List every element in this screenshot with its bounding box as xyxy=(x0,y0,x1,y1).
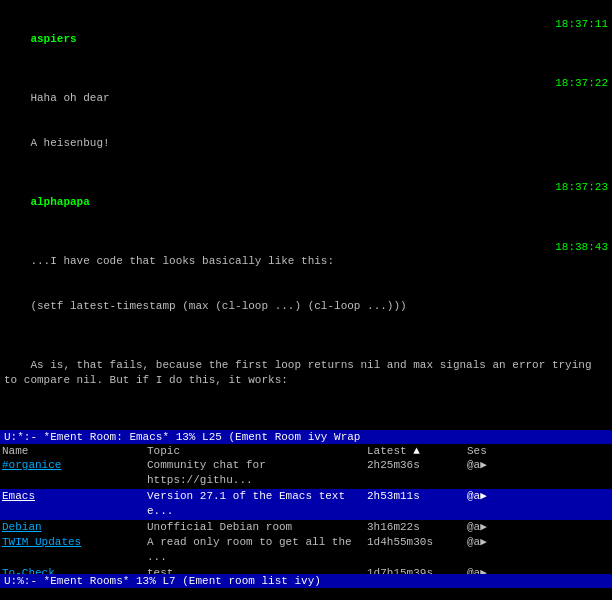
room-name: TWIM Updates xyxy=(2,535,147,566)
room-latest: 2h25m36s xyxy=(367,458,467,489)
room-name: #organice xyxy=(2,458,147,489)
col-header-latest: Latest ▲ xyxy=(367,445,467,457)
room-ses: @a▶ xyxy=(467,489,517,520)
chat-line: 18:37:11 aspiers xyxy=(4,2,608,61)
col-header-ses: Ses xyxy=(467,445,517,457)
col-header-topic: Topic xyxy=(147,445,367,457)
username: alphapapa xyxy=(30,196,89,208)
status-bar-top: U:*:- *Ement Room: Emacs* 13% L25 (Ement… xyxy=(0,430,612,444)
chat-line xyxy=(4,403,608,418)
timestamp: 18:37:22 xyxy=(555,76,608,91)
room-name: Debian xyxy=(2,520,147,535)
chat-line: (setf latest-timestamp (max (cl-loop ...… xyxy=(4,418,608,430)
table-header: Name Topic Latest ▲ Ses xyxy=(0,444,612,458)
message-text: ...I have code that looks basically like… xyxy=(30,255,334,267)
message-text: Haha oh dear xyxy=(30,92,109,104)
message-text: A heisenbug! xyxy=(30,137,109,149)
room-ses: @a▶ xyxy=(467,535,517,566)
status-bar-bottom-text: U:%:- *Ement Rooms* 13% L7 (Ement room l… xyxy=(4,575,321,587)
status-bar-top-text: U:*:- *Ement Room: Emacs* 13% L25 (Ement… xyxy=(4,431,360,443)
timestamp: 18:38:43 xyxy=(555,240,608,255)
chat-line: As is, that fails, because the first loo… xyxy=(4,343,608,402)
room-topic: Unofficial Debian room xyxy=(147,520,367,535)
chat-area: 18:37:11 aspiers 18:37:22 Haha oh dear A… xyxy=(0,0,612,430)
table-row[interactable]: Debian Unofficial Debian room 3h16m22s @… xyxy=(0,520,612,535)
username: aspiers xyxy=(30,33,76,45)
table-row[interactable]: #organice Community chat for https://git… xyxy=(0,458,612,489)
chat-line: (setf latest-timestamp (max (cl-loop ...… xyxy=(4,284,608,329)
room-topic: test xyxy=(147,566,367,574)
room-latest: 1d7h15m39s xyxy=(367,566,467,574)
sort-icon: ▲ xyxy=(413,445,420,457)
message-text: As is, that fails, because the first loo… xyxy=(4,359,598,386)
timestamp: 18:37:23 xyxy=(555,180,608,195)
chat-line: A heisenbug! xyxy=(4,121,608,166)
message-text: (setf latest-timestamp (max (cl-loop ...… xyxy=(30,300,406,312)
room-name: Emacs xyxy=(2,489,147,520)
chat-line: 18:37:23 alphapapa xyxy=(4,165,608,224)
room-latest: 1d4h55m30s xyxy=(367,535,467,566)
table-row[interactable]: To-Check test 1d7h15m39s @a▶ xyxy=(0,566,612,574)
room-ses: @a▶ xyxy=(467,458,517,489)
col-header-name: Name xyxy=(2,445,147,457)
chat-line: 18:37:22 Haha oh dear xyxy=(4,61,608,120)
room-ses: @a▶ xyxy=(467,566,517,574)
room-ses: @a▶ xyxy=(467,520,517,535)
room-table-area: Name Topic Latest ▲ Ses #organice Commun… xyxy=(0,444,612,574)
table-row[interactable]: TWIM Updates A read only room to get all… xyxy=(0,535,612,566)
room-latest: 3h16m22s xyxy=(367,520,467,535)
room-topic: Version 27.1 of the Emacs text e... xyxy=(147,489,367,520)
table-row[interactable]: Emacs Version 27.1 of the Emacs text e..… xyxy=(0,489,612,520)
timestamp: 18:37:11 xyxy=(555,17,608,32)
room-latest: 2h53m11s xyxy=(367,489,467,520)
status-bar-bottom: U:%:- *Ement Rooms* 13% L7 (Ement room l… xyxy=(0,574,612,588)
room-topic: A read only room to get all the ... xyxy=(147,535,367,566)
chat-line: 18:38:43 ...I have code that looks basic… xyxy=(4,225,608,284)
room-topic: Community chat for https://githu... xyxy=(147,458,367,489)
room-name: To-Check xyxy=(2,566,147,574)
chat-line xyxy=(4,329,608,344)
